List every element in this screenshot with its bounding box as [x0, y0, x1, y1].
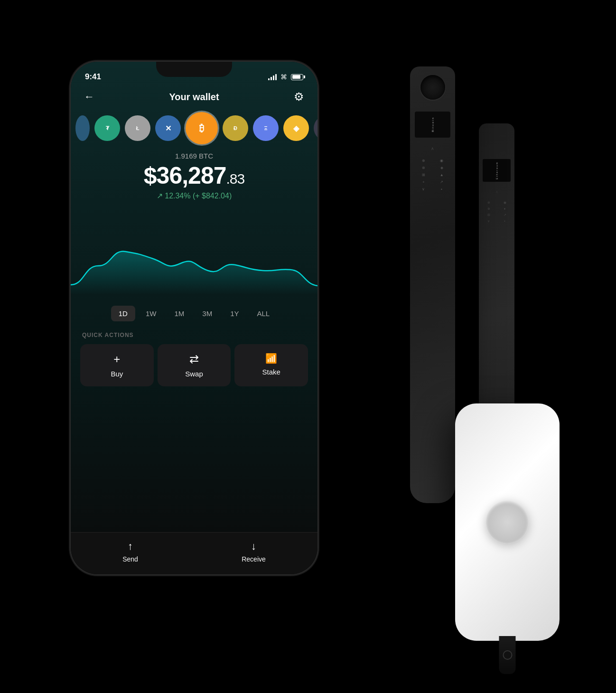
send-label: Send [122, 555, 138, 563]
tab-1w[interactable]: 1W [138, 306, 164, 321]
usd-cents: .83 [226, 171, 245, 187]
buy-label: Buy [111, 370, 123, 378]
hw-white-button [486, 501, 529, 543]
send-button[interactable]: ↑ Send [122, 540, 138, 563]
hw-button-top [420, 75, 445, 100]
change-amount: ↗ 12.34% (+ $842.04) [80, 191, 308, 200]
receive-button[interactable]: ↓ Receive [242, 540, 266, 563]
page-title: Your wallet [169, 92, 219, 103]
tab-all[interactable]: ALL [250, 306, 278, 321]
coin-partial[interactable] [75, 115, 90, 141]
coin-tether[interactable]: ₮ [94, 115, 120, 141]
hw-screen-text: Bitcoin [431, 117, 434, 132]
time-tabs: 1D 1W 1M 3M 1Y ALL [71, 299, 317, 328]
stake-label: Stake [262, 368, 280, 376]
quick-actions-label: QUICK ACTIONS [71, 328, 317, 344]
swap-icon: ⇄ [189, 353, 199, 366]
phone: 9:41 ⌘ ← Your wallet [71, 62, 317, 574]
buy-button[interactable]: + Buy [80, 344, 154, 386]
settings-button[interactable]: ⚙ [294, 90, 304, 103]
balance-section: 1.9169 BTC $36,287.83 ↗ 12.34% (+ $842.0… [71, 148, 317, 204]
coins-row: ₮ Ł ✕ ₿ Ð Ξ ◈ A [71, 108, 317, 148]
tab-1d[interactable]: 1D [111, 306, 135, 321]
receive-icon: ↓ [251, 540, 256, 553]
quick-actions-grid: + Buy ⇄ Swap 📶 Stake [71, 344, 317, 386]
coin-ethereum[interactable]: Ξ [253, 115, 279, 141]
tab-1y[interactable]: 1Y [223, 306, 246, 321]
hw-wallet-black-tall: Bitcoin ∧ ⊕ ◉ ⊗ ◈ ⊞ ▲ + ↗ ∨ ▪ [410, 66, 455, 503]
swap-label: Swap [185, 370, 203, 378]
phone-notch [156, 62, 232, 77]
hw-screen-tall: Bitcoin [415, 112, 450, 138]
plus-icon: + [113, 353, 120, 366]
receive-label: Receive [242, 555, 266, 563]
stake-icon: 📶 [265, 353, 277, 364]
bottom-bar: ↑ Send ↓ Receive [71, 532, 317, 574]
usd-main: $36,287 [144, 162, 226, 189]
coin-doge[interactable]: Ð [223, 115, 248, 141]
coin-binance[interactable]: ◈ [283, 115, 309, 141]
coin-bitcoin[interactable]: ₿ [186, 112, 218, 144]
tab-3m[interactable]: 3M [195, 306, 220, 321]
coin-xrp[interactable]: ✕ [155, 115, 181, 141]
hw-screen-slim: Ethereum [483, 159, 511, 182]
phone-screen: 9:41 ⌘ ← Your wallet [71, 62, 317, 574]
status-time: 9:41 [85, 72, 101, 82]
status-icons: ⌘ [268, 73, 303, 81]
swap-button[interactable]: ⇄ Swap [158, 344, 231, 386]
tab-1m[interactable]: 1M [167, 306, 192, 321]
send-icon: ↑ [128, 540, 133, 553]
back-button[interactable]: ← [84, 91, 94, 103]
wifi-icon: ⌘ [280, 73, 287, 81]
hw-connector [499, 636, 516, 674]
coin-algo[interactable]: A [314, 115, 317, 141]
coin-litecoin[interactable]: Ł [125, 115, 150, 141]
chart-area [71, 204, 317, 299]
battery-icon [291, 74, 303, 80]
usd-amount: $36,287.83 [80, 162, 308, 189]
crypto-amount: 1.9169 BTC [80, 152, 308, 160]
header: ← Your wallet ⚙ [71, 85, 317, 108]
price-chart [71, 209, 317, 294]
scene: 9:41 ⌘ ← Your wallet [47, 38, 569, 655]
stake-button[interactable]: 📶 Stake [234, 344, 308, 386]
signal-icon [268, 74, 277, 80]
hw-nav-slim: ∧ ⊕ ◉ ⊗ ♦ ⊞ ↗ ∨ ▪ [482, 190, 512, 223]
hw-wallet-white [455, 403, 560, 641]
hw-nav-icons: ∧ ⊕ ◉ ⊗ ◈ ⊞ ▲ + ↗ ∨ ▪ [414, 146, 451, 191]
